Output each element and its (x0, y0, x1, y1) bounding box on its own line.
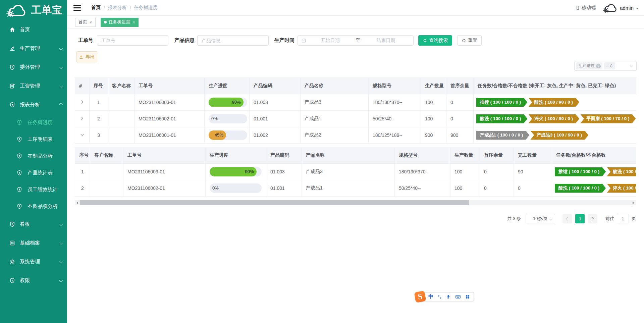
subtable-row[interactable]: 2 MO231106002-01 0% 01.001 产成品1 50/25*40… (75, 180, 636, 197)
task-badge: 淬火 ( 100 / 80 / 0 ) (528, 114, 579, 123)
tab-close-icon[interactable]: × (90, 20, 92, 25)
cell-progress: 0% (206, 180, 266, 197)
sidebar-item-system[interactable]: 系统管理 (0, 252, 67, 271)
export-button[interactable]: 导出 (76, 51, 97, 62)
start-date-placeholder[interactable]: 开始日期 (306, 38, 355, 44)
table-header-row: # 序号 客户名称 工单号 生产进度 产品编码 产品名称 规格型号 生产数量 首… (75, 78, 636, 94)
sidebar-subitem-在制品分析[interactable]: 在制品分析 (0, 148, 67, 164)
ime-toolbox-icon[interactable] (465, 294, 470, 299)
sidebar-item-salary[interactable]: 工资管理 (0, 76, 67, 95)
prev-page-button[interactable] (562, 214, 572, 223)
cell-seq: 1 (75, 164, 90, 180)
expand-row-icon[interactable] (80, 133, 84, 137)
order-no-input[interactable] (97, 35, 168, 46)
ime-punctuation-toggle[interactable]: °, (438, 294, 441, 299)
tab-close-icon[interactable]: × (133, 20, 136, 25)
sidebar-subitem-不良品项分析[interactable]: 不良品项分析 (0, 198, 67, 215)
breadcrumb-item[interactable]: 任务树进度 (134, 5, 158, 11)
user-menu-caret-icon[interactable] (636, 8, 639, 9)
page-size-select[interactable]: 10条/页 (526, 214, 555, 223)
mobile-link[interactable]: 移动端 (575, 5, 596, 11)
subtable-row[interactable]: 1 MO231106003-01 90% 01.003 产成品3 180/130… (75, 164, 636, 180)
app-title: 工单宝 (31, 3, 62, 17)
sidebar-subitem-任务树进度[interactable]: 任务树进度 (0, 114, 67, 131)
sidebar-subitem-工序明细表[interactable]: 工序明细表 (0, 131, 67, 148)
expand-row-icon[interactable] (80, 116, 84, 120)
col-expand: # (75, 78, 90, 94)
cell-spec: 50/25*40-- (395, 180, 450, 197)
goto-page-input[interactable] (617, 214, 629, 223)
cell-spec: 50/25*40-- (369, 111, 421, 127)
col-first-remain: 首序余量 (480, 147, 514, 164)
hamburger-menu-icon[interactable] (73, 5, 81, 11)
sidebar-item-production[interactable]: 生产管理 (0, 39, 67, 58)
active-tab-dot (104, 21, 107, 23)
scrollbar-track[interactable] (80, 200, 631, 205)
ime-language-toggle[interactable]: 中 (428, 293, 433, 300)
work-order-row[interactable]: 1 MO231106003-01 90% 01.003 产成品3 180/130… (75, 94, 636, 111)
phone-icon (575, 5, 580, 10)
col-progress: 生产进度 (205, 78, 250, 94)
cell-finished-qty: 0 (514, 180, 552, 197)
task-badge: 推镗 ( 100 / 100 / 0 ) (555, 167, 606, 176)
product-info-label: 产品信息 (174, 35, 195, 46)
column-select[interactable]: 生产进度 × + 8 (574, 61, 637, 71)
sidebar-item-kanban[interactable]: 看板 (0, 215, 67, 233)
app-logo[interactable]: 工单宝 (0, 0, 67, 20)
col-product-name: 产品名称 (301, 78, 369, 94)
virtual-keyboard-icon[interactable] (455, 294, 461, 300)
cell-product-code: 01.002 (250, 127, 301, 144)
cell-spec: 180/130*370-- (395, 164, 450, 180)
sidebar-item-archives[interactable]: 基础档案 (0, 233, 67, 252)
col-product-code: 产品编码 (266, 147, 302, 164)
sidebar-item-outsourcing[interactable]: 委外管理 (0, 58, 67, 76)
work-order-row[interactable]: 3 MO231106001-01 45% 01.002 产成品2 180/125… (75, 127, 636, 144)
col-qty: 生产数量 (450, 147, 480, 164)
username[interactable]: admin (620, 5, 634, 11)
cell-customer (108, 127, 135, 144)
chevron-icon (59, 103, 63, 106)
scroll-right-arrow[interactable] (631, 200, 636, 205)
product-info-input[interactable] (197, 35, 269, 46)
breadcrumb-separator: / (130, 5, 131, 10)
chevron-icon (59, 222, 63, 226)
scroll-left-arrow[interactable] (75, 200, 80, 205)
cell-customer (108, 94, 135, 111)
page-button-1[interactable]: 1 (575, 214, 585, 223)
scrollbar-thumb[interactable] (80, 200, 469, 205)
cell-seq: 2 (90, 111, 108, 127)
breadcrumb-item[interactable]: 报表分析 (108, 5, 127, 11)
view-tab-首页[interactable]: 首页 × (75, 18, 96, 27)
sidebar-subitem-员工绩效统计[interactable]: 员工绩效统计 (0, 181, 67, 198)
breadcrumb-item[interactable]: 首页 (91, 5, 101, 11)
cell-product-code: 01.001 (250, 111, 301, 127)
cell-tasks: 酸洗 ( 100 / 100 / 0 )淬火 ( 100 / 80 / 0 )平… (474, 111, 636, 127)
home-icon (9, 26, 15, 33)
sidebar-item-home[interactable]: 首页 (0, 20, 67, 39)
next-page-button[interactable] (588, 214, 597, 223)
gear-icon (9, 259, 15, 265)
progress-bar: 90% (209, 98, 247, 107)
shield-icon (9, 221, 15, 227)
reset-button[interactable]: 重置 (457, 35, 482, 46)
chevron-icon (59, 241, 63, 245)
cell-first-remain: 0 (446, 111, 474, 127)
work-order-row[interactable]: 2 MO231106002-01 0% 01.001 产成品1 50/25*40… (75, 111, 636, 127)
avatar-cloud-icon[interactable] (603, 3, 617, 13)
sidebar-item-permission[interactable]: 权限 (0, 271, 67, 290)
microphone-icon[interactable] (446, 294, 451, 299)
search-button[interactable]: 查询搜索 (418, 35, 452, 46)
col-order-no: 工单号 (135, 78, 205, 94)
sidebar-subitem-产量统计表[interactable]: 产量统计表 (0, 164, 67, 181)
cell-spec: 180/130*370-- (369, 94, 421, 111)
topbar: 首页/报表分析/任务树进度 移动端 admin (67, 0, 644, 16)
cell-qty: 100 (450, 164, 480, 180)
expand-row-icon[interactable] (80, 100, 84, 104)
date-range-picker[interactable]: 开始日期 至 结束日期 (298, 35, 414, 46)
sogou-logo[interactable]: S (414, 291, 426, 303)
tag-close-icon[interactable]: × (596, 64, 601, 68)
end-date-placeholder[interactable]: 结束日期 (362, 38, 410, 44)
chevron-icon (59, 65, 63, 69)
sidebar-item-reports[interactable]: 报表分析 (0, 95, 67, 114)
view-tab-任务树进度[interactable]: 任务树进度 × (101, 18, 139, 27)
